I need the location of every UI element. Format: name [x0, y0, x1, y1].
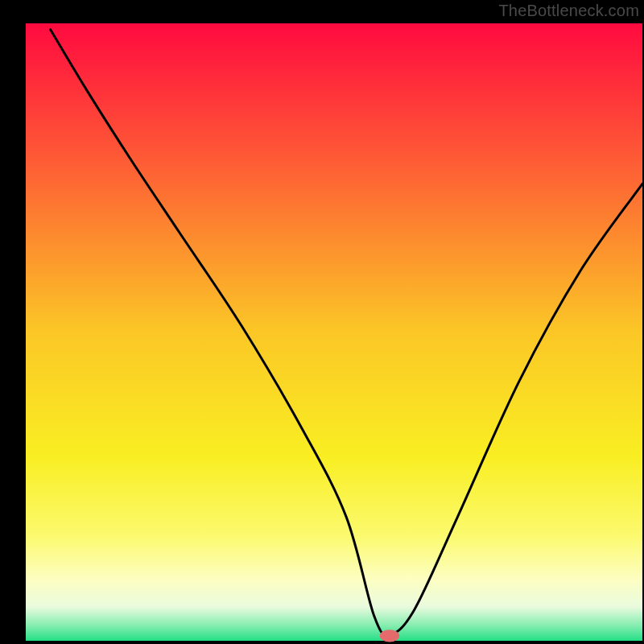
chart-stage: TheBottleneck.com [0, 0, 644, 644]
watermark-text: TheBottleneck.com [498, 2, 639, 20]
plot-background [26, 23, 642, 641]
optimal-marker [380, 630, 400, 642]
bottleneck-chart [0, 0, 644, 644]
